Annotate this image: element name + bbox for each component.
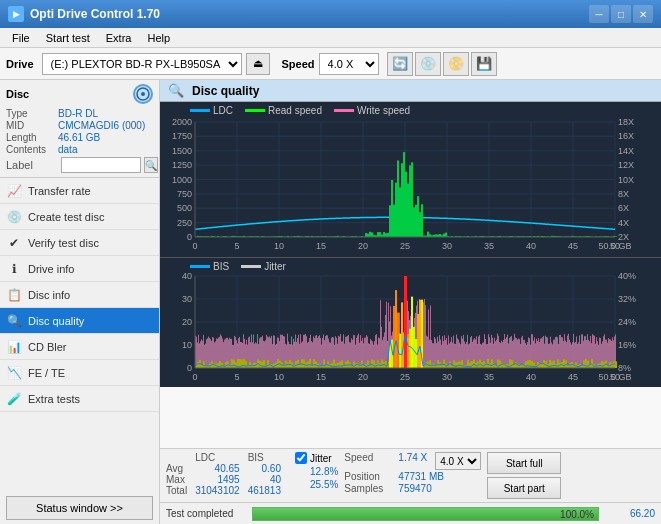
svg-point-1 — [141, 92, 145, 96]
readspeed-legend-color — [245, 109, 265, 112]
menu-file[interactable]: File — [4, 30, 38, 46]
nav-drive-info[interactable]: ℹ Drive info — [0, 256, 159, 282]
menu-extra[interactable]: Extra — [98, 30, 140, 46]
nav-create-test-disc[interactable]: 💿 Create test disc — [0, 204, 159, 230]
writespeed-legend-color — [334, 109, 354, 112]
menu-help[interactable]: Help — [139, 30, 178, 46]
save-button[interactable]: 💾 — [471, 52, 497, 76]
title-bar-left: ▶ Opti Drive Control 1.70 — [8, 6, 160, 22]
stats-header-bis: BIS — [248, 452, 289, 463]
chart-header: 🔍 Disc quality — [160, 80, 661, 102]
nav-label-verify-test-disc: Verify test disc — [28, 237, 99, 249]
disc-contents-row: Contents data — [6, 144, 153, 155]
speed-select-stats[interactable]: 4.0 X — [435, 452, 481, 470]
drive-select[interactable]: (E:) PLEXTOR BD-R PX-LB950SA 1.06 — [42, 53, 242, 75]
label-search-button[interactable]: 🔍 — [144, 157, 158, 173]
samples-stat-value: 759470 — [398, 483, 431, 494]
disc-button2[interactable]: 📀 — [443, 52, 469, 76]
nav-label-create-test-disc: Create test disc — [28, 211, 104, 223]
readspeed-legend-label: Read speed — [268, 105, 322, 116]
length-label: Length — [6, 132, 58, 143]
app-title: Opti Drive Control 1.70 — [30, 7, 160, 21]
bis-legend-label: BIS — [213, 261, 229, 272]
disc-panel-header: Disc — [6, 84, 153, 104]
menu-bar: File Start test Extra Help — [0, 28, 661, 48]
nav-label-disc-quality: Disc quality — [28, 315, 84, 327]
label-input[interactable] — [61, 157, 141, 173]
start-full-button[interactable]: Start full — [487, 452, 561, 474]
bottom-chart-container: BIS Jitter — [160, 257, 661, 387]
jitter-legend-color — [241, 265, 261, 268]
position-stat-label: Position — [344, 471, 394, 482]
stats-total-bis: 461813 — [248, 485, 289, 496]
stats-max-row: Max 1495 40 — [166, 474, 289, 485]
maximize-button[interactable]: □ — [611, 5, 631, 23]
progress-percent: 100.0% — [560, 508, 594, 522]
stats-total-row: Total 31043102 461813 — [166, 485, 289, 496]
contents-label: Contents — [6, 144, 58, 155]
disc-title: Disc — [6, 88, 29, 100]
status-window-button[interactable]: Status window >> — [6, 496, 153, 520]
progress-bar-fill — [253, 508, 598, 520]
refresh-button[interactable]: 🔄 — [387, 52, 413, 76]
nav-disc-quality[interactable]: 🔍 Disc quality — [0, 308, 159, 334]
chart-header-icon: 🔍 — [168, 83, 184, 98]
jitter-header: Jitter — [295, 452, 338, 464]
drive-toolbar: Drive (E:) PLEXTOR BD-R PX-LB950SA 1.06 … — [0, 48, 661, 80]
drive-info-icon: ℹ — [6, 261, 22, 277]
ldc-legend-label: LDC — [213, 105, 233, 116]
window-controls: ─ □ ✕ — [589, 5, 653, 23]
progress-area: Test completed 100.0% 66.20 — [160, 502, 661, 524]
stats-max-ldc: 1495 — [195, 474, 248, 485]
speed-select[interactable]: 4.0 X — [319, 53, 379, 75]
chart-header-title: Disc quality — [192, 84, 259, 98]
disc-button1[interactable]: 💿 — [415, 52, 441, 76]
menu-starttest[interactable]: Start test — [38, 30, 98, 46]
disc-panel: Disc Type BD-R DL MID CMCMAGDI6 (000) Le… — [0, 80, 159, 178]
stats-header-row: LDC BIS — [166, 452, 289, 463]
speed-stat-label: Speed — [344, 452, 394, 470]
disc-quality-icon: 🔍 — [6, 313, 22, 329]
samples-stat-label: Samples — [344, 483, 394, 494]
title-bar: ▶ Opti Drive Control 1.70 ─ □ ✕ — [0, 0, 661, 28]
speed-stat-value: 1.74 X — [398, 452, 427, 470]
nav-label-cd-bler: CD Bler — [28, 341, 67, 353]
start-buttons: Start full Start part — [487, 452, 561, 499]
mid-value: CMCMAGDI6 (000) — [58, 120, 145, 131]
app-icon: ▶ — [8, 6, 24, 22]
fe-te-icon: 📉 — [6, 365, 22, 381]
top-chart-container: LDC Read speed Write speed — [160, 102, 661, 257]
position-row: Position 47731 MB — [344, 471, 481, 482]
stats-max-label: Max — [166, 474, 195, 485]
nav-label-disc-info: Disc info — [28, 289, 70, 301]
nav-label-transfer-rate: Transfer rate — [28, 185, 91, 197]
top-chart-legend: LDC Read speed Write speed — [190, 105, 410, 116]
eject-button[interactable]: ⏏ — [246, 53, 270, 75]
type-value: BD-R DL — [58, 108, 98, 119]
progress-bar: 100.0% — [252, 507, 599, 521]
create-test-disc-icon: 💿 — [6, 209, 22, 225]
nav-fe-te[interactable]: 📉 FE / TE — [0, 360, 159, 386]
start-part-button[interactable]: Start part — [487, 477, 561, 499]
nav-disc-info[interactable]: 📋 Disc info — [0, 282, 159, 308]
nav-verify-test-disc[interactable]: ✔ Verify test disc — [0, 230, 159, 256]
nav-label-drive-info: Drive info — [28, 263, 74, 275]
minimize-button[interactable]: ─ — [589, 5, 609, 23]
status-label: Test completed — [166, 508, 246, 519]
jitter-max-value: 25.5% — [310, 479, 338, 490]
bis-legend-color — [190, 265, 210, 268]
bottom-chart-canvas — [160, 258, 650, 387]
main-layout: Disc Type BD-R DL MID CMCMAGDI6 (000) Le… — [0, 80, 661, 524]
nav-transfer-rate[interactable]: 📈 Transfer rate — [0, 178, 159, 204]
jitter-legend-label: Jitter — [264, 261, 286, 272]
ldc-legend-color — [190, 109, 210, 112]
nav-extra-tests[interactable]: 🧪 Extra tests — [0, 386, 159, 412]
jitter-legend-item: Jitter — [241, 261, 286, 272]
close-button[interactable]: ✕ — [633, 5, 653, 23]
progress-right-value: 66.20 — [605, 508, 655, 519]
content-area: 🔍 Disc quality LDC Read speed — [160, 80, 661, 524]
jitter-checkbox[interactable] — [295, 452, 307, 464]
top-chart-canvas — [160, 102, 650, 257]
nav-cd-bler[interactable]: 📊 CD Bler — [0, 334, 159, 360]
jitter-avg-value: 12.8% — [310, 466, 338, 477]
